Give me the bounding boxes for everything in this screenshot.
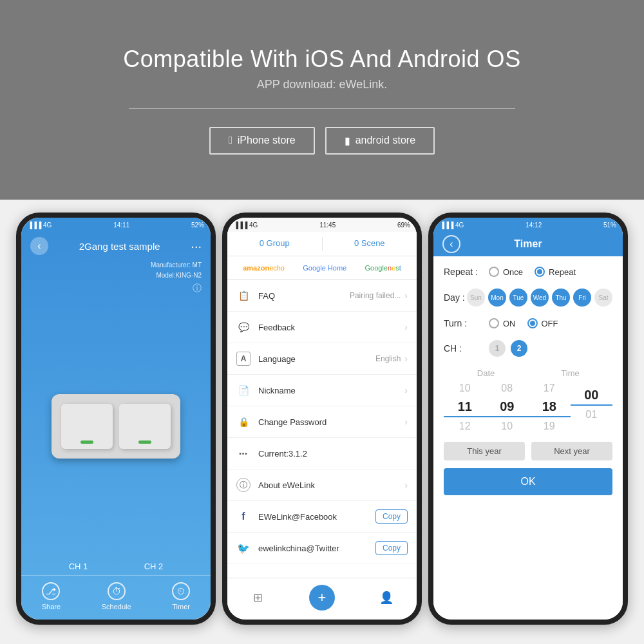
- tab-group[interactable]: 0 Group: [227, 232, 322, 256]
- schedule-icon: ⏱: [108, 582, 126, 600]
- grid-icon[interactable]: ⊞: [248, 588, 267, 607]
- switch-device: [52, 394, 180, 459]
- version-icon: •••: [236, 446, 251, 460]
- off-radio[interactable]: [527, 318, 538, 328]
- nickname-arrow: ›: [404, 385, 408, 395]
- switch-btn-2[interactable]: [119, 404, 171, 449]
- hour-column: 08 09 10: [486, 381, 529, 434]
- repeat-options: Once Repeat: [489, 267, 583, 277]
- menu-item-facebook[interactable]: f EWeLink@Facebook Copy: [227, 501, 417, 533]
- phone3-content: Repeat : Once Repeat Day : Sun Mon Tue: [433, 256, 623, 620]
- nickname-label: Nickname: [258, 386, 404, 395]
- phone2-tabs: 0 Group 0 Scene: [227, 232, 417, 256]
- ok-button[interactable]: OK: [444, 468, 612, 495]
- nav-share[interactable]: ⎇ Share: [42, 582, 61, 611]
- date-column: 10 11 12: [444, 381, 486, 434]
- day-label: Day :: [444, 292, 467, 303]
- phone1-body: ‹ 2Gang test sample ··· Manufacturer: MT…: [21, 232, 211, 620]
- brand-amazon: amazonecho: [243, 264, 285, 272]
- facebook-copy-button[interactable]: Copy: [375, 509, 408, 524]
- brand-google-home: Google Home: [303, 264, 346, 272]
- language-label: Language: [258, 354, 375, 364]
- day-wed[interactable]: Wed: [531, 289, 549, 307]
- nav-schedule[interactable]: ⏱ Schedule: [102, 582, 131, 611]
- menu-item-feedback[interactable]: 💬 Feedback ›: [227, 312, 417, 343]
- ch2-badge[interactable]: 2: [511, 340, 527, 357]
- phone3-status-bar: ▐▐▐ 4G 14:12 51%: [433, 218, 623, 232]
- day-fri[interactable]: Fri: [573, 289, 591, 307]
- about-icon: ⓘ: [236, 478, 251, 492]
- phone1-switch-area: [21, 295, 211, 558]
- faq-value: Pairing failed...: [350, 291, 401, 300]
- phone3-battery: 51%: [603, 222, 616, 229]
- menu-item-language[interactable]: A Language English ›: [227, 343, 417, 375]
- on-label: ON: [503, 319, 516, 328]
- phone2-battery: 69%: [397, 222, 410, 229]
- feedback-icon: 💬: [236, 320, 251, 334]
- switch-led-2: [138, 440, 151, 444]
- twitter-icon: 🐦: [236, 541, 251, 555]
- hour-val-bot: 10: [486, 419, 529, 434]
- day-thu[interactable]: Thu: [552, 289, 570, 307]
- twitter-copy-button[interactable]: Copy: [375, 541, 408, 555]
- facebook-label: EWeLink@Facebook: [258, 512, 375, 522]
- menu-item-password[interactable]: 🔒 Change Password ›: [227, 406, 417, 438]
- menu-item-about[interactable]: ⓘ About eWeLink ›: [227, 469, 417, 501]
- ch1-badge[interactable]: 1: [489, 340, 506, 357]
- menu-item-nickname[interactable]: 📄 Nickname ›: [227, 375, 417, 406]
- year-buttons: This year Next year: [444, 442, 612, 460]
- password-label: Change Password: [258, 417, 404, 427]
- menu-item-faq[interactable]: 📋 FAQ Pairing failed... ›: [227, 280, 417, 312]
- day-mon[interactable]: Mon: [488, 289, 506, 307]
- date-val-top: 10: [444, 381, 486, 396]
- phone-2: ▐▐▐ 4G 11:45 69% 0 Group 0 Scene amazone…: [222, 213, 422, 625]
- menu-item-version: ••• Current:3.1.2: [227, 438, 417, 469]
- nav-timer[interactable]: ⏲ Timer: [172, 582, 190, 611]
- time-hour-column: 17 18 19: [528, 381, 571, 434]
- menu-item-twitter[interactable]: 🐦 ewelinkchina@Twitter Copy: [227, 533, 417, 564]
- day-sun[interactable]: Sun: [467, 289, 485, 307]
- this-year-button[interactable]: This year: [444, 442, 525, 460]
- main-title: Compatible With iOS And Android OS: [123, 46, 520, 73]
- repeat-label: Repeat :: [444, 267, 489, 277]
- repeat-radio[interactable]: [535, 267, 545, 277]
- tab-scene[interactable]: 0 Scene: [323, 232, 417, 256]
- turn-options: ON OFF: [489, 318, 566, 328]
- add-button[interactable]: +: [309, 585, 335, 611]
- phone1-labels: CH 1 CH 2: [21, 558, 211, 575]
- once-radio[interactable]: [489, 267, 499, 277]
- phone1-title: 2Gang test sample: [48, 241, 191, 252]
- time-picker[interactable]: 10 11 12 08 09 10 17 18 19: [444, 381, 612, 434]
- phone-1: ▐▐▐ 4G 14:11 52% ‹ 2Gang test sample ···…: [16, 213, 216, 625]
- timer-icon: ⏲: [172, 582, 190, 600]
- phone1-more-icon[interactable]: ···: [191, 239, 202, 254]
- phone3-title: Timer: [514, 238, 542, 250]
- ch-label: CH :: [444, 343, 489, 354]
- phone-3: ▐▐▐ 4G 14:12 51% ‹ Timer Repeat : Once R…: [428, 213, 628, 625]
- profile-icon[interactable]: 👤: [377, 588, 396, 607]
- next-year-button[interactable]: Next year: [531, 442, 612, 460]
- ch-selector: 1 2: [489, 340, 527, 357]
- day-selector: Sun Mon Tue Wed Thu Fri Sat: [467, 289, 612, 307]
- nickname-icon: 📄: [236, 383, 251, 397]
- day-sat[interactable]: Sat: [594, 289, 612, 307]
- turn-label: Turn :: [444, 318, 489, 328]
- android-store-button[interactable]: ▮ android store: [325, 127, 435, 155]
- phones-section: ▐▐▐ 4G 14:11 52% ‹ 2Gang test sample ···…: [0, 200, 644, 644]
- phone2-time: 11:45: [319, 222, 336, 229]
- phone3-header: ‹ Timer: [433, 232, 623, 256]
- time-m-mid: 00: [571, 386, 613, 406]
- faq-arrow: ›: [404, 290, 408, 301]
- time-min-column: 00 01: [571, 381, 613, 434]
- phone1-manufacturer: Manufacturer: MT: [30, 260, 202, 270]
- iphone-store-button[interactable]:  iPhone store: [209, 127, 315, 155]
- on-radio[interactable]: [489, 318, 499, 328]
- day-tue[interactable]: Tue: [509, 289, 527, 307]
- phone3-back-button[interactable]: ‹: [442, 235, 460, 253]
- subtitle: APP download: eWeLink.: [257, 78, 387, 91]
- switch-btn-1[interactable]: [61, 404, 113, 449]
- phone1-nav: ⎇ Share ⏱ Schedule ⏲ Timer: [21, 575, 211, 620]
- phone1-back-icon[interactable]: ‹: [30, 237, 48, 255]
- password-icon: 🔒: [236, 415, 251, 429]
- language-arrow: ›: [404, 354, 408, 364]
